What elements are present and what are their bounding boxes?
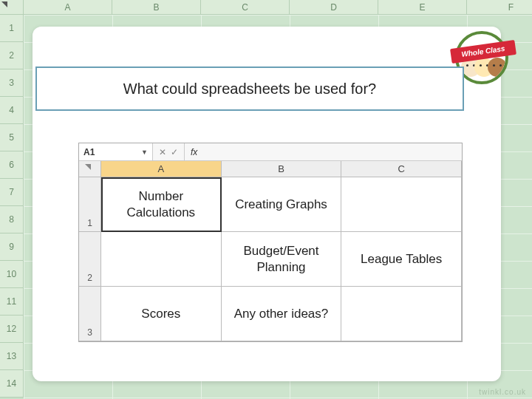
child-face-icon bbox=[488, 58, 507, 77]
bg-row-7: 7 bbox=[0, 179, 24, 206]
bg-row-headers: 1 2 3 4 5 6 7 8 9 10 11 12 13 14 bbox=[0, 15, 24, 398]
accept-icon[interactable]: ✓ bbox=[171, 147, 178, 157]
cancel-icon[interactable]: ✕ bbox=[159, 147, 166, 157]
cell-A1[interactable]: Number Calculations bbox=[101, 177, 222, 232]
bg-row-5: 5 bbox=[0, 124, 24, 151]
bg-row-1: 1 bbox=[0, 15, 24, 42]
row-header-1[interactable]: 1 bbox=[79, 177, 100, 232]
bg-row-4: 4 bbox=[0, 97, 24, 124]
row-header-3[interactable]: 3 bbox=[79, 287, 100, 341]
select-all-triangle-icon bbox=[85, 164, 91, 170]
col-header-B[interactable]: B bbox=[222, 161, 342, 177]
cell-C1[interactable] bbox=[341, 177, 462, 232]
cell-C3[interactable] bbox=[341, 287, 462, 341]
cell-C2[interactable]: League Tables bbox=[341, 232, 462, 287]
cell-B2[interactable]: Budget/Event Planning bbox=[222, 232, 342, 287]
bg-row-2: 2 bbox=[0, 42, 24, 69]
bg-col-A: A bbox=[24, 0, 112, 15]
dropdown-icon: ▼ bbox=[141, 149, 148, 156]
select-all-corner[interactable] bbox=[79, 161, 101, 177]
prompt-box: What could spreadsheets be used for? bbox=[35, 66, 464, 111]
bg-row-9: 9 bbox=[0, 233, 24, 261]
cell-A3[interactable]: Scores bbox=[101, 287, 222, 341]
fx-controls: ✕ ✓ bbox=[153, 143, 185, 160]
row-header-2[interactable]: 2 bbox=[79, 232, 100, 287]
inner-sheet-body: 1 2 3 Number Calculations Creating Graph… bbox=[79, 177, 462, 341]
formula-bar-row: A1 ▼ ✕ ✓ fx bbox=[79, 143, 462, 161]
cell-A2[interactable] bbox=[101, 232, 222, 287]
inner-column-headers: A B C bbox=[79, 161, 462, 177]
col-header-C[interactable]: C bbox=[341, 161, 462, 177]
bg-row-14: 14 bbox=[0, 370, 24, 398]
bg-corner bbox=[0, 0, 24, 15]
bg-row-3: 3 bbox=[0, 69, 24, 97]
bg-row-12: 12 bbox=[0, 316, 24, 343]
col-header-A[interactable]: A bbox=[101, 161, 222, 177]
inner-row-headers: 1 2 3 bbox=[79, 177, 101, 341]
prompt-text: What could spreadsheets be used for? bbox=[123, 81, 376, 98]
bg-row-11: 11 bbox=[0, 288, 24, 316]
bg-col-B: B bbox=[112, 0, 201, 15]
bg-row-8: 8 bbox=[0, 206, 24, 233]
bg-row-6: 6 bbox=[0, 151, 24, 179]
inner-cells: Number Calculations Creating Graphs Budg… bbox=[101, 177, 462, 341]
name-box-value: A1 bbox=[83, 147, 95, 157]
fx-label-icon[interactable]: fx bbox=[185, 147, 203, 157]
select-all-triangle-icon bbox=[1, 1, 7, 7]
cell-B3[interactable]: Any other ideas? bbox=[222, 287, 342, 341]
bg-row-13: 13 bbox=[0, 343, 24, 370]
bg-col-D: D bbox=[290, 0, 378, 15]
bg-col-E: E bbox=[378, 0, 467, 15]
example-spreadsheet: A1 ▼ ✕ ✓ fx A B C 1 2 3 Number Calculati… bbox=[78, 143, 463, 342]
name-box[interactable]: A1 ▼ bbox=[79, 143, 153, 160]
watermark: twinkl.co.uk bbox=[479, 388, 526, 396]
bg-row-10: 10 bbox=[0, 261, 24, 288]
bg-col-F: F bbox=[467, 0, 532, 15]
cell-B1[interactable]: Creating Graphs bbox=[222, 177, 342, 232]
whole-class-badge: Whole Class bbox=[455, 31, 514, 90]
bg-column-headers: A B C D E F bbox=[24, 0, 532, 15]
bg-col-C: C bbox=[201, 0, 290, 15]
